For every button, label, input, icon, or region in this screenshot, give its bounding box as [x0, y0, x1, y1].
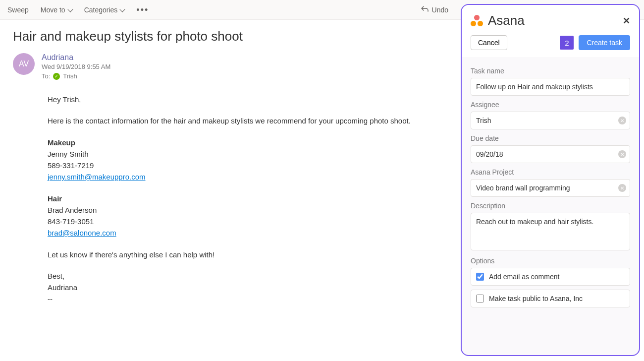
cancel-button[interactable]: Cancel: [471, 35, 507, 50]
chevron-down-icon: [120, 6, 125, 12]
email-date: Wed 9/19/2018 9:55 AM: [42, 63, 504, 70]
add-email-checkbox[interactable]: [476, 273, 484, 281]
sweep-menu[interactable]: Sweep: [7, 6, 29, 14]
assignee-label: Assignee: [471, 101, 630, 109]
categories-menu[interactable]: Categories: [84, 6, 125, 14]
task-name-label: Task name: [471, 67, 630, 75]
due-date-input[interactable]: [471, 145, 630, 163]
close-icon[interactable]: ✕: [623, 15, 630, 26]
avatar: AV: [13, 53, 35, 75]
undo-icon: [421, 5, 429, 14]
clear-icon[interactable]: ✕: [618, 117, 626, 124]
make-public-checkbox[interactable]: [476, 295, 484, 302]
due-date-label: Due date: [471, 134, 630, 142]
moveto-menu[interactable]: Move to: [41, 6, 72, 14]
asana-title: Asana: [488, 13, 618, 28]
description-input[interactable]: Reach out to makeup and hair stylists.: [471, 213, 630, 250]
undo-button[interactable]: Undo: [421, 5, 448, 14]
asana-panel: Asana ✕ Cancel 2 Create task Task name A…: [461, 4, 640, 314]
recipient-name[interactable]: Trish: [63, 72, 77, 80]
project-input[interactable]: [471, 179, 630, 197]
task-name-input[interactable]: [471, 78, 630, 96]
ellipsis-icon: •••: [136, 5, 149, 14]
more-actions[interactable]: •••: [136, 5, 149, 14]
option-add-email[interactable]: Add email as comment: [471, 268, 630, 286]
callout-badge-2: 2: [560, 36, 574, 50]
asana-logo-icon: [471, 15, 483, 26]
assignee-input[interactable]: [471, 112, 630, 129]
clear-icon[interactable]: ✕: [618, 184, 626, 192]
project-label: Asana Project: [471, 168, 630, 176]
create-task-button[interactable]: Create task: [579, 35, 630, 50]
makeup-email-link[interactable]: jenny.smith@makeuppro.com: [48, 173, 146, 181]
email-to-line: To: ✓ Trish: [42, 72, 504, 80]
description-label: Description: [471, 202, 630, 210]
clear-icon[interactable]: ✕: [618, 150, 626, 158]
presence-available-icon: ✓: [53, 73, 60, 80]
chevron-down-icon: [67, 6, 73, 12]
email-from[interactable]: Audriana: [42, 53, 504, 62]
hair-email-link[interactable]: brad@salonone.com: [48, 229, 116, 237]
options-label: Options: [471, 257, 630, 265]
option-make-public[interactable]: Make task public to Asana, Inc: [471, 290, 630, 307]
